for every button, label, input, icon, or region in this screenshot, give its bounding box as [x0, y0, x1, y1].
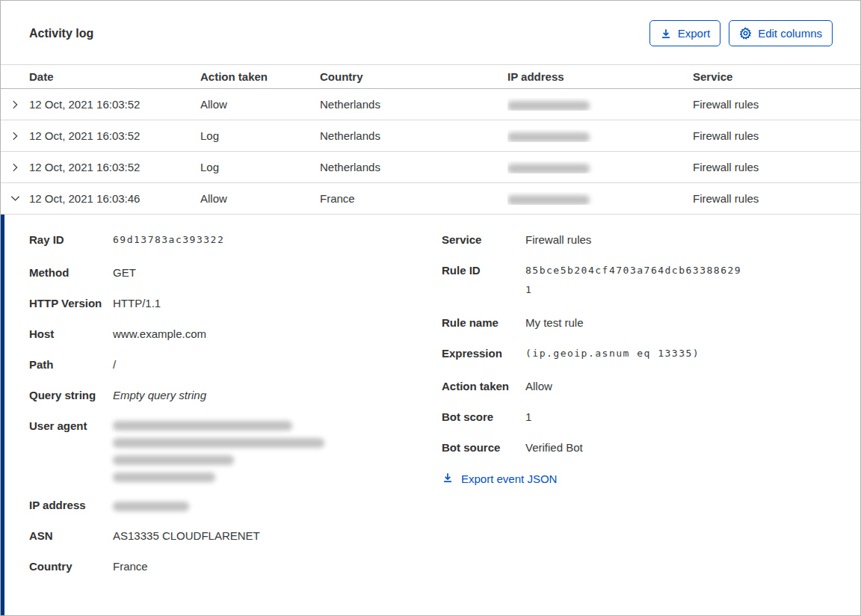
field-label: User agent	[29, 419, 113, 434]
toolbar: Export Edit columns	[649, 20, 833, 46]
chevron-right-icon[interactable]	[1, 99, 29, 110]
cell-date: 12 Oct, 2021 16:03:52	[29, 98, 200, 111]
table-row-expanded[interactable]: 12 Oct, 2021 16:03:46 Allow France Firew…	[1, 183, 860, 215]
redacted-line	[113, 472, 215, 482]
field-value: (ip.geoip.asnum eq 13335)	[525, 344, 765, 363]
cell-country: Netherlands	[320, 98, 507, 111]
field-label: Rule ID	[442, 263, 525, 278]
cell-date: 12 Oct, 2021 16:03:52	[29, 129, 200, 142]
column-header-ip-address: IP address	[507, 70, 693, 83]
field-label: Method	[29, 265, 113, 280]
field-method: Method GET	[29, 265, 442, 280]
field-rule-id: Rule ID 85bce5b204cf4703a764dcb633886291	[442, 263, 860, 300]
export-button-label: Export	[678, 27, 710, 40]
field-value: 1	[525, 410, 860, 425]
cell-date: 12 Oct, 2021 16:03:52	[29, 161, 200, 173]
activity-log-panel: Activity log Export Edit columns	[0, 0, 861, 616]
column-header-service: Service	[693, 70, 860, 83]
field-value: GET	[113, 265, 442, 280]
table-row[interactable]: 12 Oct, 2021 16:03:52 Log Netherlands Fi…	[1, 120, 860, 152]
export-button[interactable]: Export	[649, 20, 720, 46]
cell-country: France	[320, 192, 507, 205]
field-label: Expression	[442, 346, 525, 361]
field-asn: ASN AS13335 CLOUDFLARENET	[29, 529, 442, 543]
redacted-line	[113, 421, 292, 431]
download-icon	[660, 28, 672, 40]
page-title: Activity log	[29, 27, 93, 40]
field-label: Service	[442, 232, 525, 247]
field-label: Country	[29, 559, 113, 574]
field-http-version: HTTP Version HTTP/1.1	[29, 296, 442, 311]
field-value: Firewall rules	[525, 232, 860, 247]
field-value: www.example.com	[113, 327, 442, 342]
topbar: Activity log Export Edit columns	[1, 1, 860, 64]
field-value: HTTP/1.1	[113, 296, 442, 311]
field-user-agent: User agent	[29, 419, 442, 482]
field-value: Empty query string	[113, 388, 442, 403]
download-icon	[442, 472, 454, 486]
field-ip-address: IP address	[29, 498, 442, 513]
field-label: Bot source	[442, 440, 525, 455]
cell-date: 12 Oct, 2021 16:03:46	[29, 192, 200, 205]
cell-country: Netherlands	[320, 129, 507, 142]
field-label: Ray ID	[29, 232, 113, 247]
redacted-ip	[507, 132, 590, 142]
field-label: Host	[29, 327, 113, 342]
column-header-action-taken: Action taken	[200, 70, 320, 83]
redacted-line	[113, 455, 234, 465]
cell-service: Firewall rules	[693, 192, 860, 205]
field-expression: Expression (ip.geoip.asnum eq 13335)	[442, 346, 860, 363]
cell-service: Firewall rules	[693, 129, 860, 142]
chevron-down-icon[interactable]	[1, 193, 29, 204]
field-bot-score: Bot score 1	[442, 410, 860, 425]
redacted-line	[113, 438, 324, 448]
field-label: IP address	[29, 498, 113, 513]
field-service: Service Firewall rules	[442, 232, 860, 247]
field-value: 85bce5b204cf4703a764dcb633886291	[525, 261, 744, 300]
cell-ip-address	[507, 192, 693, 205]
cell-country: Netherlands	[320, 161, 507, 173]
field-label: ASN	[29, 529, 113, 543]
field-label: Query string	[29, 388, 113, 403]
field-label: Rule name	[442, 315, 525, 330]
gear-icon	[739, 27, 752, 40]
field-bot-source: Bot source Verified Bot	[442, 440, 860, 455]
field-action-taken: Action taken Allow	[442, 379, 860, 394]
field-country: Country France	[29, 559, 442, 574]
field-value: Allow	[525, 379, 860, 394]
cell-action-taken: Log	[200, 161, 320, 173]
cell-ip-address	[507, 129, 693, 142]
cell-service: Firewall rules	[693, 161, 860, 173]
redacted-ip	[507, 101, 590, 111]
field-label: Path	[29, 357, 113, 372]
redacted-ip	[113, 498, 442, 513]
cell-action-taken: Allow	[200, 98, 320, 111]
cell-ip-address	[507, 161, 693, 173]
export-event-json-label: Export event JSON	[461, 472, 557, 485]
detail-left-column: Ray ID 69d13783ac393322 Method GET HTTP …	[29, 232, 442, 590]
redacted-user-agent	[113, 419, 442, 482]
column-header-country: Country	[320, 70, 507, 83]
field-value: Verified Bot	[525, 440, 860, 455]
cell-action-taken: Log	[200, 129, 320, 142]
field-value: 69d13783ac393322	[113, 230, 337, 250]
field-label: HTTP Version	[29, 296, 113, 311]
field-path: Path /	[29, 357, 442, 372]
column-header-date: Date	[29, 70, 200, 83]
field-host: Host www.example.com	[29, 327, 442, 342]
redacted-ip	[507, 164, 590, 173]
redacted-ip	[507, 195, 590, 205]
field-value: My test rule	[525, 315, 860, 330]
edit-columns-button[interactable]: Edit columns	[729, 20, 833, 46]
field-query-string: Query string Empty query string	[29, 388, 442, 403]
table-row[interactable]: 12 Oct, 2021 16:03:52 Allow Netherlands …	[1, 89, 860, 120]
detail-right-column: Service Firewall rules Rule ID 85bce5b20…	[442, 232, 860, 590]
chevron-right-icon[interactable]	[1, 131, 29, 141]
chevron-right-icon[interactable]	[1, 162, 29, 173]
edit-columns-button-label: Edit columns	[758, 27, 822, 40]
table-header: Date Action taken Country IP address Ser…	[1, 64, 860, 89]
field-label: Action taken	[442, 379, 525, 394]
cell-action-taken: Allow	[200, 192, 320, 205]
export-event-json-link[interactable]: Export event JSON	[442, 472, 557, 486]
table-row[interactable]: 12 Oct, 2021 16:03:52 Log Netherlands Fi…	[1, 152, 860, 183]
